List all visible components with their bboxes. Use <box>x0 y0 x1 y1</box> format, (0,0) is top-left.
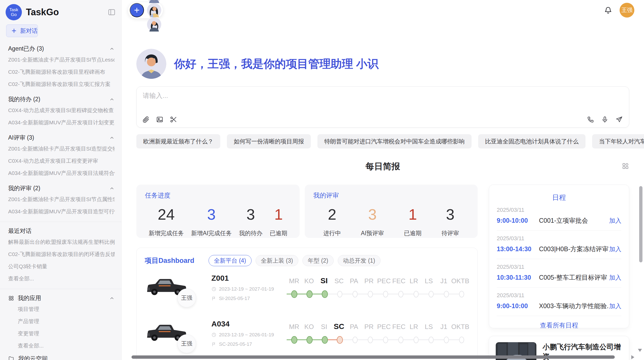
chat-composer <box>136 86 629 128</box>
scroll-down-arrow-icon[interactable] <box>638 349 642 352</box>
dashboard-tab[interactable]: 全新上装 (3) <box>256 255 299 266</box>
schedule-date: 2025/03/11 <box>497 264 621 270</box>
suggestion-chip[interactable]: 比亚迪全固态电池计划具体说了什么 <box>478 134 586 148</box>
dashboard-tab[interactable]: 年型 (2) <box>302 255 334 266</box>
member-avatar[interactable] <box>147 3 161 17</box>
my-apps-header[interactable]: 我的应用 <box>8 294 115 302</box>
horizontal-scrollbar[interactable] <box>131 355 615 359</box>
microphone-icon[interactable] <box>601 116 609 123</box>
member-avatar[interactable] <box>147 17 161 32</box>
stat-label: 已逾期 <box>270 229 287 237</box>
add-member-button[interactable] <box>130 3 144 17</box>
schedule-time: 9:00-10:00 <box>497 302 539 310</box>
stat-value: 3 <box>361 206 384 223</box>
schedule-item: 2025/03/1113:00-14:30C003|H0B-方案冻结评审加入 <box>497 231 621 259</box>
milestone-dot <box>337 336 343 344</box>
milestone-label: SI <box>317 320 332 331</box>
sidebar-task-item[interactable]: Z001-全新燃油轻卡产品开发项目SI节点属性5D文件评审 <box>8 193 115 205</box>
sidebar-task-item[interactable]: Z001-全新燃油皮卡产品开发项目SI节点Lesson Learn报告 <box>8 54 115 66</box>
suggestion-chip[interactable]: 如何写一份清晰的项目周报 <box>227 134 311 148</box>
layout-grid-icon[interactable] <box>622 162 629 170</box>
chat-input[interactable] <box>143 91 623 110</box>
sidebar-task-item[interactable]: C0X4-动力总成开发项目工程变更评审 <box>8 155 115 167</box>
recent-chat-item[interactable]: 查看全部... <box>8 273 115 285</box>
vertical-scrollbar[interactable] <box>639 186 642 262</box>
milestone-label: SI <box>317 274 332 285</box>
chevron-up-icon[interactable] <box>109 97 115 102</box>
join-meeting-link[interactable]: 加入 <box>609 217 621 225</box>
sidebar-task-item[interactable]: Z001-全新燃油轻卡产品开发项目SI造型提交物评审 <box>8 143 115 155</box>
join-meeting-link[interactable]: 加入 <box>609 302 621 310</box>
user-avatar[interactable]: 王强 <box>620 3 634 18</box>
sidebar-task-item[interactable]: A034-全新新能源MUV产品开发项目造型可行性评审 <box>8 205 115 218</box>
recent-chats-title: 最近对话 <box>8 227 115 235</box>
milestone-dot <box>444 337 449 343</box>
project-milestone-date: SI-2025-05-17 <box>219 296 250 301</box>
stat-label: 新增AI完成任务 <box>191 229 232 237</box>
chevron-up-icon[interactable] <box>109 295 115 301</box>
member-avatar[interactable] <box>147 0 161 3</box>
sidebar-collapse-icon[interactable] <box>108 8 116 16</box>
send-icon[interactable] <box>615 116 623 123</box>
sidebar-task-item[interactable]: C02-飞腾新能源轻客改款项目立项汇报方案 <box>8 78 115 90</box>
join-meeting-link[interactable]: 加入 <box>609 245 621 253</box>
suggestion-chip[interactable]: 欧洲新规最近颁布了什么？ <box>136 134 220 148</box>
view-all-schedule-link[interactable]: 查看所有日程 <box>497 316 621 335</box>
milestone-dot <box>306 290 313 298</box>
milestone-dot <box>398 337 403 343</box>
chevron-up-icon[interactable] <box>109 135 115 141</box>
suggestion-chip[interactable]: 当下年轻人对汽车外观有怎样的喜好趋势 <box>592 134 644 148</box>
recent-chat-item[interactable]: 解释最新出台的欧盟报废车法规再生塑料比例被调至15%... <box>8 236 115 248</box>
my-apps-title: 我的应用 <box>18 294 109 302</box>
project-row[interactable]: 王强Z0012023-12-19 ~ 2027-01-19SI-2025-05-… <box>145 274 469 312</box>
milestone-dot <box>459 337 464 343</box>
app-item[interactable]: 查看全部... <box>8 340 115 352</box>
recent-chat-item[interactable]: 公司Q3轻卡销量 <box>8 260 115 273</box>
milestone-dot <box>337 291 342 297</box>
app-item[interactable]: 变更管理 <box>8 327 115 340</box>
scroll-right-arrow-icon[interactable] <box>631 355 634 359</box>
insert-image-icon[interactable] <box>156 116 164 123</box>
sidebar-task-item[interactable]: C02-飞腾新能源轻客改款项目里程碑画布 <box>8 66 115 78</box>
attachment-icon[interactable] <box>142 116 150 123</box>
app-item[interactable]: 产品管理 <box>8 315 115 327</box>
milestone-dot <box>459 291 464 297</box>
stat-value: 1 <box>404 206 421 223</box>
stat-card: 任务进度24新增完成任务3新增AI完成任务3我的待办1已逾期 <box>136 185 300 238</box>
stat-label: 进行中 <box>323 229 341 237</box>
sidebar-task-item[interactable]: C0X4-动力总成开发项目SI里程碑提交物检查 <box>8 104 115 116</box>
stat-item: 3新增AI完成任务 <box>191 206 232 237</box>
milestone-dot <box>322 336 328 344</box>
app-item[interactable]: 项目管理 <box>8 303 115 315</box>
plus-icon <box>11 28 17 34</box>
chevron-up-icon[interactable] <box>109 186 115 191</box>
sidebar-link-folder[interactable]: 我的云空间 <box>8 352 115 360</box>
project-row[interactable]: 王强A0342023-12-19 ~ 2026-01-19SC-2025-05-… <box>145 320 469 358</box>
sidebar-task-item[interactable]: A034-全新新能源MUV产品开发项目计划变更表编写 <box>8 116 115 129</box>
join-meeting-link[interactable]: 加入 <box>609 274 621 282</box>
milestone-timeline: MRKOSISCPAPRPECFECLRLSJ1OKTB <box>287 274 469 301</box>
sidebar-group-title: 我的评审 (2) <box>8 184 109 192</box>
sidebar-group-header[interactable]: 我的评审 (2) <box>8 184 115 192</box>
notifications-bell-icon[interactable] <box>604 6 612 14</box>
new-chat-button[interactable]: 新对话 <box>6 24 38 37</box>
chevron-up-icon[interactable] <box>109 46 115 52</box>
stat-label: 待评审 <box>442 229 459 237</box>
suggestion-chip[interactable]: 特朗普可能对进口汽车增税会对中国车企造成哪些影响 <box>317 134 472 148</box>
stat-item: 24新增完成任务 <box>149 206 184 237</box>
milestone-label: PR <box>361 274 376 285</box>
sidebar-task-item[interactable]: A034-全新新能源MUV产品开发项目法规符合性评审 <box>8 167 115 179</box>
dashboard-tab[interactable]: 动总开发 (1) <box>338 255 381 266</box>
voice-call-icon[interactable] <box>587 116 594 123</box>
sidebar-group-header[interactable]: Agent已办 (3) <box>8 45 115 53</box>
suggestion-chips: 欧洲新规最近颁布了什么？如何写一份清晰的项目周报特朗普可能对进口汽车增税会对中国… <box>136 134 629 148</box>
sidebar-group-header[interactable]: AI评审 (3) <box>8 134 115 142</box>
stat-cards-row: 任务进度24新增完成任务3新增AI完成任务3我的待办1已逾期我的评审2进行中3A… <box>136 185 478 238</box>
schedule-date: 2025/03/11 <box>497 292 621 299</box>
sidebar-group-header[interactable]: 我的待办 (2) <box>8 95 115 103</box>
recent-chat-item[interactable]: C02-飞腾新能源轻客改款项目的闭环通告反馈情况 <box>8 248 115 260</box>
greeting-text: 你好，王强，我是你的项目管理助理 小识 <box>174 56 378 71</box>
milestone-label: J1 <box>436 320 451 331</box>
screenshot-scissors-icon[interactable] <box>170 116 177 123</box>
dashboard-tab[interactable]: 全新平台 (4) <box>209 255 252 266</box>
